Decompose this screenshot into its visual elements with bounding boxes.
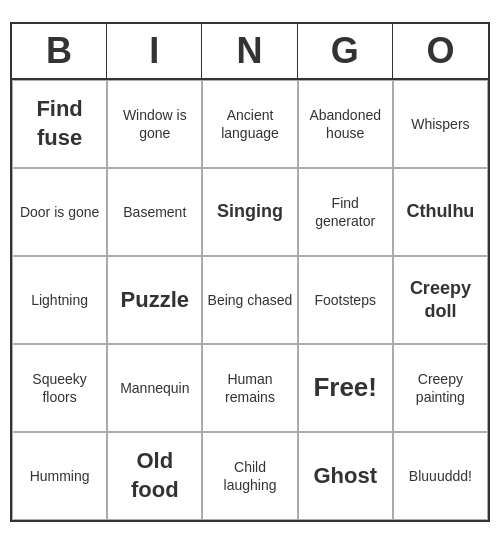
bingo-grid: Find fuseWindow is goneAncient languageA… — [12, 80, 488, 520]
bingo-header: BINGO — [12, 24, 488, 80]
bingo-cell-6: Basement — [107, 168, 202, 256]
bingo-cell-16: Mannequin — [107, 344, 202, 432]
bingo-cell-18: Free! — [298, 344, 393, 432]
bingo-cell-17: Human remains — [202, 344, 297, 432]
bingo-cell-5: Door is gone — [12, 168, 107, 256]
bingo-card: BINGO Find fuseWindow is goneAncient lan… — [10, 22, 490, 522]
bingo-cell-15: Squeeky floors — [12, 344, 107, 432]
bingo-cell-9: Cthulhu — [393, 168, 488, 256]
bingo-cell-1: Window is gone — [107, 80, 202, 168]
bingo-cell-19: Creepy painting — [393, 344, 488, 432]
header-letter-n: N — [202, 24, 297, 78]
header-letter-i: I — [107, 24, 202, 78]
bingo-cell-2: Ancient language — [202, 80, 297, 168]
bingo-cell-3: Abandoned house — [298, 80, 393, 168]
bingo-cell-20: Humming — [12, 432, 107, 520]
bingo-cell-24: Bluuuddd! — [393, 432, 488, 520]
bingo-cell-13: Footsteps — [298, 256, 393, 344]
bingo-cell-10: Lightning — [12, 256, 107, 344]
bingo-cell-23: Ghost — [298, 432, 393, 520]
header-letter-g: G — [298, 24, 393, 78]
bingo-cell-4: Whispers — [393, 80, 488, 168]
bingo-cell-8: Find generator — [298, 168, 393, 256]
header-letter-o: O — [393, 24, 488, 78]
bingo-cell-12: Being chased — [202, 256, 297, 344]
bingo-cell-22: Child laughing — [202, 432, 297, 520]
bingo-cell-21: Old food — [107, 432, 202, 520]
bingo-cell-0: Find fuse — [12, 80, 107, 168]
bingo-cell-14: Creepy doll — [393, 256, 488, 344]
bingo-cell-7: Singing — [202, 168, 297, 256]
header-letter-b: B — [12, 24, 107, 78]
bingo-cell-11: Puzzle — [107, 256, 202, 344]
